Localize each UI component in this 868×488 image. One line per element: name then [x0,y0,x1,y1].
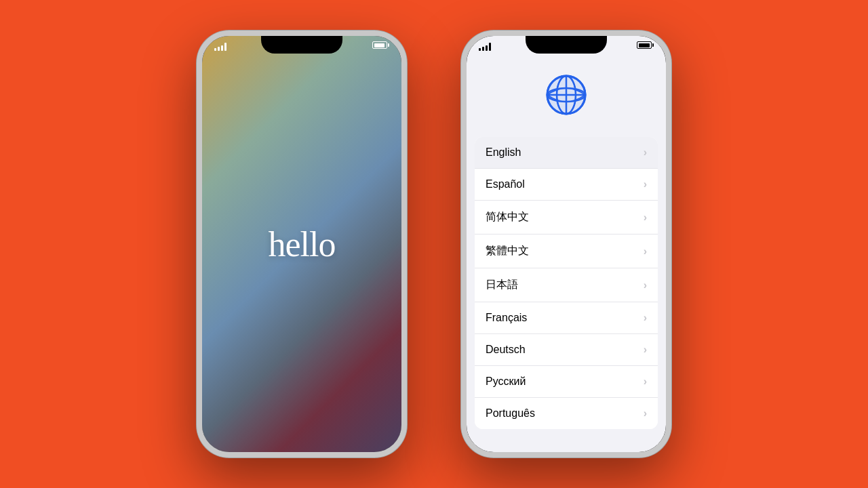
lang-item-simplified-chinese[interactable]: 简体中文 › [475,201,658,235]
chevron-simplified-chinese: › [644,211,647,224]
chevron-english: › [644,146,647,159]
battery-area-right [637,41,654,49]
language-screen: English › Español › 简体中文 › 繁體中文 › 日本語 › … [467,36,666,452]
language-list: English › Español › 简体中文 › 繁體中文 › 日本語 › … [475,137,658,429]
lang-item-french[interactable]: Français › [475,302,658,334]
signal-area-right [479,43,491,51]
lang-item-russian[interactable]: Русский › [475,366,658,398]
chevron-german: › [644,344,647,356]
lang-name-traditional-chinese: 繁體中文 [486,244,529,258]
hello-screen: hello [202,36,401,452]
lang-name-japanese: 日本語 [486,278,518,292]
chevron-traditional-chinese: › [644,245,647,258]
lang-item-german[interactable]: Deutsch › [475,334,658,366]
status-bar-left [202,36,401,63]
chevron-portuguese: › [644,407,647,420]
lang-item-portuguese[interactable]: Português › [475,398,658,429]
battery-icon-left [372,41,389,49]
signal-bars-right [479,43,491,51]
lang-name-portuguese: Português [486,407,535,420]
lang-name-english: English [486,146,521,159]
lang-name-espanol: Español [486,178,525,190]
globe-icon [545,73,588,117]
lang-name-simplified-chinese: 简体中文 [486,210,529,224]
phone-right: English › Español › 简体中文 › 繁體中文 › 日本語 › … [461,30,671,458]
battery-icon-right [637,41,654,49]
chevron-japanese: › [644,279,647,291]
chevron-french: › [644,312,647,324]
lang-item-english[interactable]: English › [475,137,658,169]
battery-area-left [372,41,389,49]
chevron-espanol: › [644,178,647,190]
lang-item-espanol[interactable]: Español › [475,169,658,201]
phone-left: hello [197,30,407,458]
status-bar-right [467,36,666,63]
signal-area-left [214,43,226,51]
lang-item-japanese[interactable]: 日本語 › [475,268,658,302]
lang-name-german: Deutsch [486,344,526,356]
signal-bars-left [214,43,226,51]
lang-item-traditional-chinese[interactable]: 繁體中文 › [475,235,658,268]
chevron-russian: › [644,375,647,388]
lang-name-russian: Русский [486,375,526,388]
lang-name-french: Français [486,312,527,324]
hello-text: hello [269,224,336,264]
